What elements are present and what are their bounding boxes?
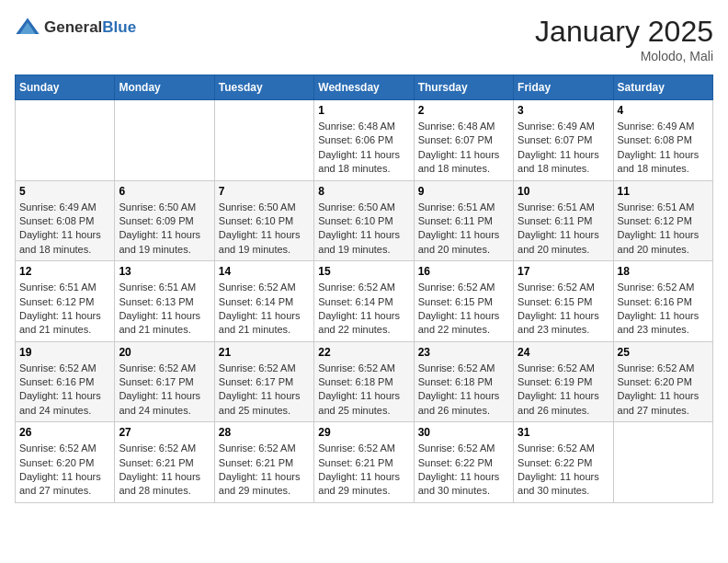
day-number: 18: [618, 265, 709, 278]
day-info: Sunrise: 6:52 AMSunset: 6:18 PMDaylight:…: [418, 362, 509, 419]
calendar-cell: 9Sunrise: 6:51 AMSunset: 6:11 PMDaylight…: [414, 180, 513, 261]
weekday-header-friday: Friday: [514, 75, 613, 100]
day-info: Sunrise: 6:52 AMSunset: 6:21 PMDaylight:…: [318, 442, 409, 499]
sunrise-text: Sunrise: 6:51 AM: [418, 201, 509, 214]
calendar-cell: 14Sunrise: 6:52 AMSunset: 6:14 PMDayligh…: [214, 261, 313, 342]
daylight-text: Daylight: 11 hours and 28 minutes.: [119, 470, 210, 499]
calendar-week-row: 1Sunrise: 6:48 AMSunset: 6:06 PMDaylight…: [16, 100, 713, 181]
day-info: Sunrise: 6:52 AMSunset: 6:22 PMDaylight:…: [518, 442, 609, 499]
sunrise-text: Sunrise: 6:52 AM: [219, 442, 310, 455]
calendar-cell: 19Sunrise: 6:52 AMSunset: 6:16 PMDayligh…: [16, 341, 115, 422]
day-info: Sunrise: 6:52 AMSunset: 6:21 PMDaylight:…: [119, 442, 210, 499]
day-info: Sunrise: 6:52 AMSunset: 6:16 PMDaylight:…: [618, 281, 709, 338]
sunset-text: Sunset: 6:16 PM: [19, 375, 110, 389]
calendar-cell: 7Sunrise: 6:50 AMSunset: 6:10 PMDaylight…: [214, 180, 313, 261]
logo-general: General: [44, 18, 102, 37]
sunrise-text: Sunrise: 6:52 AM: [418, 362, 509, 375]
daylight-text: Daylight: 11 hours and 21 minutes.: [219, 309, 310, 338]
sunrise-text: Sunrise: 6:52 AM: [318, 281, 409, 294]
daylight-text: Daylight: 11 hours and 24 minutes.: [119, 389, 210, 418]
day-number: 23: [418, 346, 509, 359]
calendar-cell: 8Sunrise: 6:50 AMSunset: 6:10 PMDaylight…: [314, 180, 414, 261]
sunset-text: Sunset: 6:08 PM: [19, 214, 110, 228]
sunrise-text: Sunrise: 6:50 AM: [219, 201, 310, 214]
weekday-header-saturday: Saturday: [613, 75, 712, 100]
day-info: Sunrise: 6:51 AMSunset: 6:13 PMDaylight:…: [119, 281, 210, 338]
calendar-cell: 26Sunrise: 6:52 AMSunset: 6:20 PMDayligh…: [16, 422, 115, 503]
calendar-cell: [214, 100, 313, 181]
sunrise-text: Sunrise: 6:52 AM: [518, 362, 609, 375]
sunrise-text: Sunrise: 6:52 AM: [119, 362, 210, 375]
day-info: Sunrise: 6:50 AMSunset: 6:09 PMDaylight:…: [119, 201, 210, 258]
sunrise-text: Sunrise: 6:52 AM: [418, 442, 509, 455]
day-info: Sunrise: 6:52 AMSunset: 6:20 PMDaylight:…: [19, 442, 110, 499]
daylight-text: Daylight: 11 hours and 20 minutes.: [518, 228, 609, 257]
sunset-text: Sunset: 6:22 PM: [518, 456, 609, 470]
calendar-table: SundayMondayTuesdayWednesdayThursdayFrid…: [15, 75, 713, 503]
sunset-text: Sunset: 6:21 PM: [119, 456, 210, 470]
day-number: 8: [318, 185, 409, 198]
calendar-cell: [613, 422, 712, 503]
sunrise-text: Sunrise: 6:51 AM: [518, 201, 609, 214]
day-number: 4: [618, 104, 709, 117]
sunrise-text: Sunrise: 6:52 AM: [19, 442, 110, 455]
sunrise-text: Sunrise: 6:52 AM: [119, 442, 210, 455]
day-number: 6: [119, 185, 210, 198]
sunrise-text: Sunrise: 6:51 AM: [119, 281, 210, 294]
sunrise-text: Sunrise: 6:52 AM: [318, 442, 409, 455]
day-number: 5: [19, 185, 110, 198]
calendar-week-row: 5Sunrise: 6:49 AMSunset: 6:08 PMDaylight…: [16, 180, 713, 261]
sunrise-text: Sunrise: 6:52 AM: [219, 281, 310, 294]
sunrise-text: Sunrise: 6:51 AM: [19, 281, 110, 294]
day-info: Sunrise: 6:52 AMSunset: 6:19 PMDaylight:…: [518, 362, 609, 419]
day-number: 2: [418, 104, 509, 117]
sunset-text: Sunset: 6:11 PM: [518, 214, 609, 228]
day-info: Sunrise: 6:52 AMSunset: 6:22 PMDaylight:…: [418, 442, 509, 499]
sunset-text: Sunset: 6:22 PM: [418, 456, 509, 470]
weekday-header-wednesday: Wednesday: [314, 75, 414, 100]
daylight-text: Daylight: 11 hours and 18 minutes.: [318, 148, 409, 177]
calendar-week-row: 12Sunrise: 6:51 AMSunset: 6:12 PMDayligh…: [16, 261, 713, 342]
sunset-text: Sunset: 6:10 PM: [318, 214, 409, 228]
sunset-text: Sunset: 6:07 PM: [418, 133, 509, 147]
sunrise-text: Sunrise: 6:50 AM: [318, 201, 409, 214]
sunrise-text: Sunrise: 6:52 AM: [418, 281, 509, 294]
sunset-text: Sunset: 6:08 PM: [618, 133, 709, 147]
day-number: 3: [518, 104, 609, 117]
calendar-cell: [115, 100, 214, 181]
sunrise-text: Sunrise: 6:49 AM: [518, 120, 609, 133]
day-info: Sunrise: 6:52 AMSunset: 6:16 PMDaylight:…: [19, 362, 110, 419]
daylight-text: Daylight: 11 hours and 18 minutes.: [518, 148, 609, 177]
location-subtitle: Molodo, Mali: [535, 49, 713, 63]
daylight-text: Daylight: 11 hours and 21 minutes.: [119, 309, 210, 338]
calendar-cell: 17Sunrise: 6:52 AMSunset: 6:15 PMDayligh…: [514, 261, 613, 342]
calendar-cell: 25Sunrise: 6:52 AMSunset: 6:20 PMDayligh…: [613, 341, 712, 422]
sunrise-text: Sunrise: 6:52 AM: [19, 362, 110, 375]
calendar-cell: 22Sunrise: 6:52 AMSunset: 6:18 PMDayligh…: [314, 341, 414, 422]
daylight-text: Daylight: 11 hours and 18 minutes.: [618, 148, 709, 177]
daylight-text: Daylight: 11 hours and 26 minutes.: [418, 389, 509, 418]
day-number: 24: [518, 346, 609, 359]
daylight-text: Daylight: 11 hours and 29 minutes.: [219, 470, 310, 499]
sunset-text: Sunset: 6:11 PM: [418, 214, 509, 228]
title-block: January 2025 Molodo, Mali: [535, 15, 713, 63]
sunset-text: Sunset: 6:20 PM: [19, 456, 110, 470]
day-number: 19: [19, 346, 110, 359]
daylight-text: Daylight: 11 hours and 23 minutes.: [618, 309, 709, 338]
daylight-text: Daylight: 11 hours and 27 minutes.: [618, 389, 709, 418]
sunset-text: Sunset: 6:14 PM: [219, 295, 310, 309]
day-info: Sunrise: 6:52 AMSunset: 6:21 PMDaylight:…: [219, 442, 310, 499]
logo: General Blue: [15, 15, 136, 40]
sunset-text: Sunset: 6:17 PM: [219, 375, 310, 389]
daylight-text: Daylight: 11 hours and 22 minutes.: [418, 309, 509, 338]
sunrise-text: Sunrise: 6:52 AM: [219, 362, 310, 375]
sunset-text: Sunset: 6:06 PM: [318, 133, 409, 147]
day-number: 12: [19, 265, 110, 278]
calendar-cell: 13Sunrise: 6:51 AMSunset: 6:13 PMDayligh…: [115, 261, 214, 342]
day-number: 9: [418, 185, 509, 198]
day-info: Sunrise: 6:49 AMSunset: 6:08 PMDaylight:…: [618, 120, 709, 177]
day-info: Sunrise: 6:51 AMSunset: 6:11 PMDaylight:…: [518, 201, 609, 258]
daylight-text: Daylight: 11 hours and 18 minutes.: [418, 148, 509, 177]
calendar-cell: 20Sunrise: 6:52 AMSunset: 6:17 PMDayligh…: [115, 341, 214, 422]
sunrise-text: Sunrise: 6:50 AM: [119, 201, 210, 214]
